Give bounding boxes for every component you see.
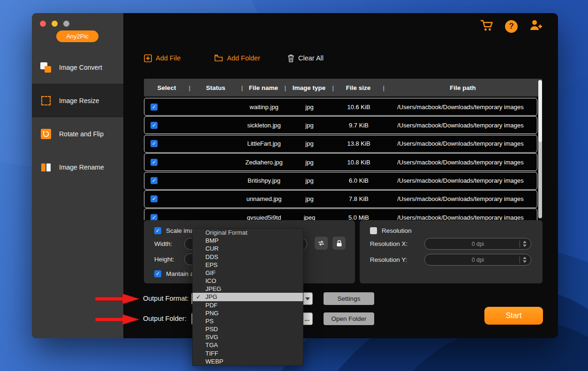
browse-button[interactable]: ... (304, 313, 309, 325)
cell-file-path: /Users/macbook/Downloads/temporary image… (384, 104, 537, 111)
menu-item-svg[interactable]: SVG (193, 333, 303, 341)
refresh-icon (317, 240, 325, 246)
scale-image-checkbox[interactable]: ✓ (154, 227, 161, 234)
cell-image-type: jpg (286, 177, 333, 184)
row-checkbox[interactable]: ✓ (151, 140, 158, 147)
maintain-aspect-label: Mantain a (166, 270, 194, 277)
start-button[interactable]: Start (484, 307, 543, 325)
resolution-x-input[interactable]: 0 dpi (424, 238, 531, 250)
add-folder-label: Add Folder (227, 54, 260, 62)
sidebar-item-rotate-flip[interactable]: Rotate and Flip (32, 117, 123, 150)
menu-item-cur[interactable]: CUR (193, 245, 303, 252)
close-window-button[interactable] (40, 21, 46, 27)
menu-item-eps[interactable]: EPS (193, 261, 303, 269)
menu-item-jpeg[interactable]: JPEG (193, 285, 303, 293)
sidebar-item-image-convert[interactable]: Image Convert (32, 51, 123, 84)
checkmark-icon: ✓ (196, 294, 201, 300)
rotate-flip-icon (39, 127, 53, 141)
menu-item-ico[interactable]: ICO (193, 277, 303, 285)
resolution-x-value: 0 dpi (472, 241, 484, 247)
menu-item-dds[interactable]: DDS (193, 253, 303, 261)
menu-item-pdf[interactable]: PDF (193, 301, 303, 309)
row-checkbox[interactable]: ✓ (151, 214, 158, 220)
sidebar-item-image-rename[interactable]: Image Rename (32, 150, 123, 184)
spinner-arrows[interactable] (523, 254, 527, 265)
app-name: Any2Pic (66, 33, 89, 40)
table-row[interactable]: ✓ unnamed.jpg jpg 7.8 KiB /Users/macbook… (144, 190, 537, 208)
add-file-button[interactable]: Add File (144, 52, 181, 64)
settings-button[interactable]: Settings (324, 292, 374, 305)
sidebar-item-image-resize[interactable]: Image Resize (32, 84, 123, 117)
check-icon: ✓ (152, 196, 156, 201)
cell-file-size: 6.0 KiB (333, 177, 384, 184)
file-table: Select| Status| File name| Image type| F… (144, 79, 542, 220)
menu-item-tga[interactable]: TGA (193, 341, 303, 349)
menu-item-jpg-selected[interactable]: ✓ JPG (193, 293, 303, 301)
cell-file-name: Britishpy.jpg (242, 177, 286, 184)
output-format-label: Output Format: (143, 292, 189, 305)
lock-aspect-button[interactable] (332, 237, 346, 250)
sidebar: Any2Pic Image Convert Image Resize Rotat… (32, 13, 123, 338)
cart-icon[interactable] (480, 19, 494, 34)
col-status: Status| (189, 84, 242, 91)
resolution-y-input[interactable]: 0 dpi (424, 254, 531, 266)
menu-item-png[interactable]: PNG (193, 309, 303, 317)
col-image-type: Image type| (285, 84, 333, 91)
col-file-size: File size| (333, 84, 384, 91)
table-row[interactable]: ✓ Zediahero.jpg jpg 10.8 KiB /Users/macb… (144, 153, 537, 171)
menu-item-gif[interactable]: GIF (193, 269, 303, 277)
menu-item-bmp[interactable]: BMP (193, 237, 303, 245)
cell-image-type: jpg (286, 195, 333, 202)
swap-dimensions-button[interactable] (315, 237, 328, 250)
row-checkbox[interactable]: ✓ (151, 159, 158, 166)
output-folder-label: Output Folder: (143, 312, 187, 325)
minimize-window-button[interactable] (52, 21, 58, 27)
scrollbar-thumb[interactable] (538, 80, 542, 142)
resolution-x-label: Resolution X: (370, 240, 407, 247)
menu-item-webp[interactable]: WEBP (193, 357, 303, 365)
table-row[interactable]: ✓ LittleFart.jpg jpg 13.8 KiB /Users/mac… (144, 135, 537, 153)
sidebar-item-label: Image Resize (59, 97, 99, 104)
cell-file-name: Zediahero.jpg (242, 159, 286, 166)
spinner-arrows[interactable] (523, 238, 527, 249)
menu-item-psd[interactable]: PSD (193, 325, 303, 333)
resolution-checkbox[interactable] (370, 227, 377, 234)
cell-file-size: 10.6 KiB (333, 104, 384, 111)
maintain-aspect-checkbox[interactable]: ✓ (154, 270, 161, 277)
row-checkbox[interactable]: ✓ (151, 195, 158, 202)
cell-file-name: LittleFart.jpg (242, 140, 286, 147)
start-label: Start (506, 312, 522, 320)
table-header: Select| Status| File name| Image type| F… (144, 79, 542, 96)
table-row[interactable]: ✓ sickleton.jpg jpg 9.7 KiB /Users/macbo… (144, 116, 537, 134)
cell-file-path: /Users/macbook/Downloads/temporary image… (384, 122, 537, 129)
menu-item-ps[interactable]: PS (193, 317, 303, 325)
sidebar-nav: Image Convert Image Resize Rotate and Fl… (32, 51, 123, 184)
help-icon[interactable]: ? (505, 20, 518, 33)
cell-image-type: jpg (286, 104, 333, 111)
menu-item-original-format[interactable]: Original Format (193, 229, 303, 237)
table-row[interactable]: ✓ waitinp.jpg jpg 10.6 KiB /Users/macboo… (144, 98, 537, 116)
open-folder-label: Open Folder (331, 315, 366, 322)
width-label: Width: (154, 240, 172, 247)
row-checkbox[interactable]: ✓ (151, 122, 158, 129)
row-checkbox[interactable]: ✓ (151, 177, 158, 184)
clear-all-button[interactable]: Clear All (287, 52, 324, 64)
sidebar-item-label: Rotate and Flip (59, 130, 104, 138)
image-rename-icon (39, 161, 53, 174)
chevron-down-icon[interactable] (302, 293, 312, 304)
col-file-path: File path (384, 84, 542, 91)
open-folder-button[interactable]: Open Folder (324, 312, 374, 325)
table-row[interactable]: ✓ qvsuied5i9td jpeg 5.0 MiB /Users/macbo… (144, 208, 537, 220)
add-account-icon[interactable] (529, 19, 543, 34)
cell-file-size: 9.7 KiB (333, 122, 384, 129)
resolution-label: Resolution (382, 227, 412, 234)
menu-item-tiff[interactable]: TIFF (193, 349, 303, 357)
table-scrollbar[interactable] (538, 80, 542, 218)
image-convert-icon (39, 61, 53, 74)
check-icon: ✓ (152, 104, 156, 110)
sidebar-item-label: Image Convert (59, 64, 102, 71)
row-checkbox[interactable]: ✓ (151, 104, 158, 111)
zoom-window-button[interactable] (63, 21, 69, 27)
add-folder-button[interactable]: Add Folder (214, 52, 260, 64)
table-row[interactable]: ✓ Britishpy.jpg jpg 6.0 KiB /Users/macbo… (144, 172, 537, 190)
